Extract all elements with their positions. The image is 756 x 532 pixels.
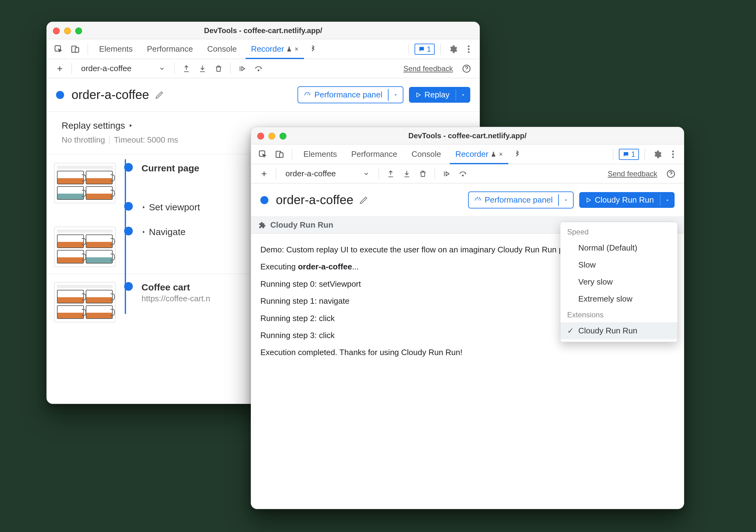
- flask-icon: [286, 46, 292, 53]
- recording-selector[interactable]: order-a-coffee: [77, 62, 169, 75]
- tab-console[interactable]: Console: [202, 39, 242, 59]
- step-over-icon[interactable]: [456, 167, 470, 181]
- svg-point-6: [258, 70, 259, 70]
- tab-bar: Elements Performance Console Recorder × …: [251, 144, 684, 164]
- gear-icon[interactable]: [650, 147, 664, 161]
- record-indicator-icon: [260, 196, 268, 204]
- svg-point-12: [672, 153, 674, 155]
- recording-selector[interactable]: order-a-coffee: [281, 167, 374, 180]
- recorder-toolbar: order-a-coffee Send feedback: [251, 164, 684, 183]
- minimize-window-icon[interactable]: [268, 133, 275, 139]
- performance-panel-caret[interactable]: [388, 89, 403, 101]
- send-feedback-link[interactable]: Send feedback: [403, 64, 453, 73]
- window-title: DevTools - coffee-cart.netlify.app/: [408, 132, 526, 140]
- kebab-icon[interactable]: [667, 148, 679, 160]
- tab-elements[interactable]: Elements: [94, 39, 138, 59]
- chevron-down-icon: [363, 171, 369, 177]
- replay-caret[interactable]: [660, 194, 675, 206]
- svg-rect-2: [75, 48, 79, 52]
- step-thumbnail: [54, 227, 116, 267]
- tab-performance[interactable]: Performance: [345, 144, 403, 164]
- dropdown-item-slow[interactable]: Slow: [560, 256, 677, 273]
- close-window-icon[interactable]: [257, 133, 264, 139]
- tab-recorder[interactable]: Recorder ×: [246, 39, 304, 59]
- chevron-right-icon: [142, 230, 146, 235]
- tab-recorder-label: Recorder: [455, 149, 489, 159]
- more-tabs-icon[interactable]: [511, 148, 523, 160]
- replay-settings-label: Replay settings: [62, 120, 125, 131]
- step-label: Current page: [142, 163, 199, 173]
- close-window-icon[interactable]: [53, 28, 60, 34]
- close-tab-icon[interactable]: ×: [499, 150, 503, 158]
- play-icon: [415, 92, 421, 98]
- minimize-window-icon[interactable]: [64, 28, 71, 34]
- replay-button[interactable]: Replay: [409, 87, 470, 103]
- zoom-window-icon[interactable]: [280, 133, 286, 139]
- edit-icon[interactable]: [359, 195, 368, 205]
- more-tabs-icon[interactable]: [307, 43, 319, 55]
- performance-panel-caret[interactable]: [558, 194, 573, 206]
- help-icon[interactable]: [664, 167, 678, 181]
- gauge-icon: [474, 196, 482, 204]
- replay-dropdown-menu: Speed Normal (Default) Slow Very slow Ex…: [560, 222, 678, 342]
- dropdown-group-label: Extensions: [560, 307, 677, 322]
- puzzle-icon: [258, 221, 266, 229]
- import-icon[interactable]: [196, 62, 209, 75]
- delete-icon[interactable]: [416, 167, 430, 181]
- recording-selector-label: order-a-coffee: [285, 169, 336, 178]
- step-label: Set viewport: [142, 202, 200, 213]
- tab-recorder-label: Recorder: [251, 44, 284, 54]
- replay-caret[interactable]: [456, 89, 470, 101]
- export-icon[interactable]: [179, 62, 193, 75]
- titlebar[interactable]: DevTools - coffee-cart.netlify.app/: [251, 127, 684, 144]
- send-feedback-link[interactable]: Send feedback: [608, 169, 657, 178]
- window-controls: [257, 133, 286, 139]
- chevron-right-icon: [128, 123, 133, 128]
- dropdown-group-label: Speed: [560, 225, 677, 240]
- issues-count: 1: [427, 45, 431, 54]
- issues-badge[interactable]: 1: [415, 44, 435, 55]
- kebab-icon[interactable]: [463, 43, 474, 55]
- step-label: Coffee cart https://coffee-cart.n: [142, 282, 210, 303]
- close-tab-icon[interactable]: ×: [295, 45, 299, 53]
- dropdown-item-cloudy-run-run[interactable]: Cloudy Run Run: [560, 322, 677, 339]
- zoom-window-icon[interactable]: [75, 28, 82, 34]
- tab-recorder[interactable]: Recorder ×: [450, 144, 509, 164]
- dropdown-item-extremely-slow[interactable]: Extremely slow: [560, 291, 677, 307]
- export-icon[interactable]: [384, 167, 397, 181]
- step-thumbnail: [54, 282, 116, 322]
- tab-bar: Elements Performance Console Recorder × …: [47, 39, 479, 59]
- issues-badge[interactable]: 1: [619, 149, 639, 160]
- new-recording-icon[interactable]: [257, 167, 271, 181]
- chevron-down-icon: [159, 65, 165, 72]
- gear-icon[interactable]: [446, 42, 460, 56]
- tab-elements[interactable]: Elements: [298, 144, 342, 164]
- svg-point-3: [468, 45, 470, 47]
- new-recording-icon[interactable]: [53, 62, 67, 75]
- inspect-icon[interactable]: [52, 42, 65, 56]
- extension-panel-label: Cloudy Run Run: [270, 220, 334, 230]
- recording-header: order-a-coffee Performance panel Replay: [47, 78, 479, 112]
- flask-icon: [490, 151, 497, 158]
- delete-icon[interactable]: [212, 62, 225, 75]
- titlebar[interactable]: DevTools - coffee-cart.netlify.app/: [47, 22, 479, 39]
- import-icon[interactable]: [400, 167, 414, 181]
- record-indicator-icon: [56, 91, 64, 99]
- step-icon[interactable]: [440, 167, 453, 181]
- inspect-icon[interactable]: [256, 147, 270, 161]
- step-over-icon[interactable]: [252, 62, 265, 75]
- tab-performance[interactable]: Performance: [141, 39, 199, 59]
- help-icon[interactable]: [460, 62, 473, 75]
- device-toolbar-icon[interactable]: [273, 147, 286, 161]
- dropdown-item-normal[interactable]: Normal (Default): [560, 240, 677, 256]
- edit-icon[interactable]: [155, 90, 164, 100]
- device-toolbar-icon[interactable]: [68, 42, 82, 56]
- replay-button[interactable]: Cloudy Run Run: [579, 192, 675, 208]
- performance-panel-button[interactable]: Performance panel: [468, 191, 574, 209]
- svg-rect-10: [280, 153, 283, 158]
- dropdown-item-very-slow[interactable]: Very slow: [560, 273, 677, 291]
- tab-console[interactable]: Console: [406, 144, 446, 164]
- step-icon[interactable]: [236, 62, 249, 75]
- performance-panel-button[interactable]: Performance panel: [298, 86, 403, 103]
- recording-title: order-a-coffee: [71, 88, 149, 102]
